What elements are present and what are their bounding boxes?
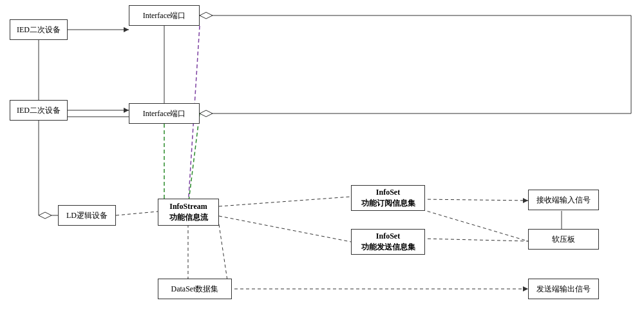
infostream-box: InfoStream 功能信息流 (158, 199, 219, 226)
svg-marker-30 (523, 286, 528, 291)
svg-line-27 (422, 239, 528, 241)
svg-line-26 (422, 210, 528, 241)
dataset-box: DataSet数据集 (158, 279, 232, 299)
iface1-box: Interface端口 (129, 5, 200, 26)
svg-marker-3 (200, 12, 213, 19)
svg-line-19 (219, 197, 351, 206)
ied2-box: IED二次设备 (10, 100, 68, 121)
svg-marker-12 (39, 212, 52, 219)
svg-line-18 (188, 113, 200, 206)
softboard-box: 软压板 (528, 229, 599, 250)
infoset2-box: InfoSet 功能发送信息集 (351, 229, 425, 255)
diagram-svg (0, 0, 644, 325)
diagram-container: IED二次设备 Interface端口 IED二次设备 Interface端口 … (0, 0, 644, 325)
ld-box: LD逻辑设备 (58, 205, 116, 226)
svg-line-24 (422, 199, 528, 201)
svg-marker-6 (124, 27, 129, 32)
send-signal-box: 发送端输出信号 (528, 279, 599, 299)
infoset1-box: InfoSet 功能订阅信息集 (351, 185, 425, 211)
ied1-box: IED二次设备 (10, 19, 68, 40)
svg-marker-25 (523, 198, 528, 203)
svg-marker-8 (124, 108, 129, 113)
recv-signal-box: 接收端输入信号 (528, 190, 599, 210)
svg-marker-4 (200, 110, 213, 117)
iface2-box: Interface端口 (129, 103, 200, 124)
svg-line-14 (116, 212, 158, 215)
svg-line-20 (219, 216, 351, 242)
